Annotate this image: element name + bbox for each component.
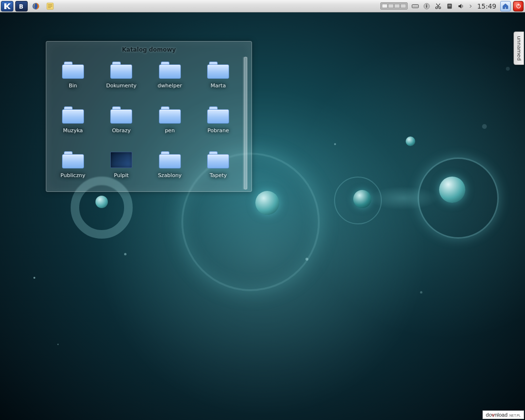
- folder-item-label: Pulpit: [114, 172, 129, 178]
- firefox-launcher[interactable]: [30, 1, 42, 11]
- collapsed-widget-tab[interactable]: unnamed: [514, 32, 524, 65]
- panel-clock[interactable]: 15:49: [474, 2, 499, 10]
- folder-item-label: Bin: [69, 83, 77, 89]
- speaker-icon: [457, 2, 465, 10]
- collapsed-widget-label: unnamed: [516, 36, 522, 61]
- folder-item-label: Tapety: [210, 172, 227, 178]
- kde-icon: [3, 2, 11, 10]
- svg-rect-13: [448, 4, 451, 6]
- tray-volume[interactable]: [456, 1, 466, 11]
- folder-icon: [61, 60, 85, 81]
- folder-icon: [206, 149, 230, 170]
- folder-item[interactable]: Pulpit: [99, 147, 145, 189]
- folder-item-label: Szablony: [158, 172, 182, 178]
- device-icon: [446, 2, 453, 10]
- folder-icon: [61, 105, 85, 126]
- svg-rect-15: [518, 4, 518, 6]
- folder-icon: [158, 149, 182, 170]
- download-watermark: dovnload.NET.PL: [483, 410, 524, 419]
- folder-item[interactable]: Bin: [50, 57, 96, 100]
- power-icon: [515, 3, 522, 9]
- folder-icon: [158, 105, 182, 126]
- folder-icon: [109, 60, 133, 81]
- folder-item[interactable]: Dokumenty: [99, 57, 145, 100]
- folder-icon: [109, 105, 133, 126]
- folder-icon: [206, 60, 230, 81]
- folder-icon: [206, 105, 230, 126]
- folder-item-label: Marta: [210, 83, 226, 89]
- folder-item-label: Publiczny: [61, 172, 85, 178]
- chevron-right-icon: [468, 2, 473, 10]
- notes-launcher[interactable]: [44, 1, 56, 11]
- note-icon: [46, 2, 54, 10]
- folder-view-scrollbar[interactable]: [243, 57, 248, 189]
- folder-view-title: Katalog domowy: [50, 44, 248, 57]
- folder-item[interactable]: pen: [147, 102, 193, 145]
- folder-item-label: Dokumenty: [106, 83, 136, 89]
- folder-view-widget[interactable]: Katalog domowy BinDokumentydwhelperMarta…: [46, 41, 252, 192]
- folder-item[interactable]: Obrazy: [99, 102, 145, 145]
- svg-point-5: [414, 6, 415, 6]
- folder-item[interactable]: Marta: [196, 57, 242, 100]
- svg-rect-3: [412, 4, 418, 8]
- folder-item-label: Muzyka: [63, 127, 83, 134]
- folder-item-label: dwhelper: [158, 83, 182, 89]
- scrollbar-thumb[interactable]: [244, 57, 247, 189]
- home-icon: [502, 3, 509, 10]
- tray-info[interactable]: i: [422, 1, 431, 11]
- show-desktop-button[interactable]: [500, 1, 511, 11]
- tray-device[interactable]: [445, 1, 454, 11]
- folder-item-label: pen: [165, 127, 175, 134]
- folder-icon: [158, 60, 182, 81]
- tray-keyboard[interactable]: [410, 1, 420, 11]
- folder-icon: [61, 149, 85, 170]
- folder-item-label: Obrazy: [112, 127, 131, 134]
- scissors-icon: [434, 2, 442, 10]
- firefox-icon: [32, 2, 40, 10]
- svg-text:i: i: [426, 4, 427, 9]
- folder-item[interactable]: Muzyka: [50, 102, 96, 145]
- shutdown-button[interactable]: [513, 1, 524, 11]
- svg-text:B: B: [19, 3, 23, 10]
- bluefish-launcher[interactable]: B: [15, 1, 28, 11]
- svg-point-7: [417, 6, 417, 6]
- keyboard-icon: [411, 2, 419, 10]
- taskbar-panel: B i 15:49: [0, 0, 525, 12]
- folder-item[interactable]: Szablony: [147, 147, 193, 189]
- desktop-pager[interactable]: [380, 2, 408, 10]
- tray-expand[interactable]: [468, 1, 473, 11]
- svg-point-4: [413, 6, 413, 6]
- svg-point-6: [415, 6, 416, 6]
- folder-item[interactable]: Tapety: [196, 147, 242, 189]
- letter-b-icon: B: [17, 2, 26, 10]
- folder-item-label: Pobrane: [208, 127, 229, 134]
- tray-clipboard[interactable]: [433, 1, 443, 11]
- kickoff-launcher[interactable]: [1, 1, 13, 11]
- folder-item[interactable]: dwhelper: [147, 57, 193, 100]
- desktop-thumbnail-icon: [109, 149, 133, 170]
- folder-view-grid: BinDokumentydwhelperMartaMuzykaObrazypen…: [50, 57, 248, 189]
- folder-item[interactable]: Pobrane: [196, 102, 242, 145]
- info-icon: i: [423, 2, 430, 10]
- folder-item[interactable]: Publiczny: [50, 147, 96, 189]
